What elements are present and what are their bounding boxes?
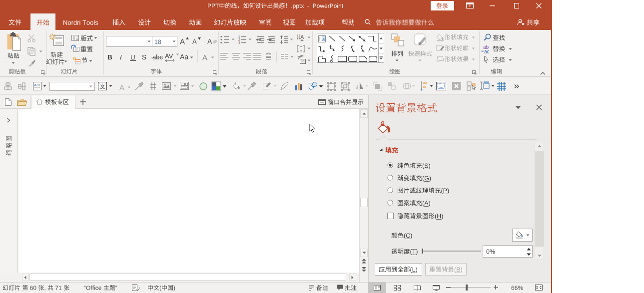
- svg-text:A: A: [34, 83, 37, 87]
- svg-text:A: A: [322, 37, 325, 41]
- svg-text:ac: ac: [484, 49, 490, 54]
- svg-text:A: A: [300, 34, 304, 40]
- svg-text:文: 文: [100, 83, 106, 90]
- svg-text:3: 3: [238, 41, 240, 44]
